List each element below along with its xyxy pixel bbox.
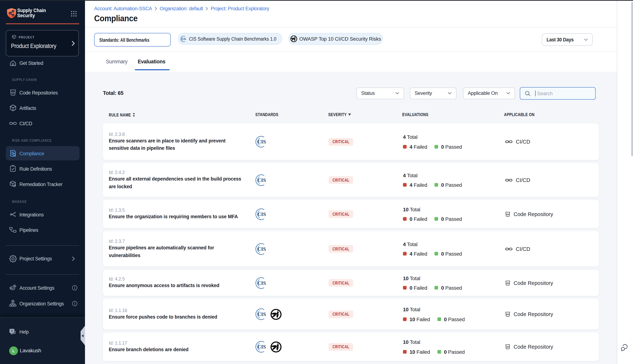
svg-text:CIS: CIS: [258, 311, 266, 317]
svg-text:CIS: CIS: [258, 344, 266, 350]
svg-text:CIS: CIS: [258, 139, 266, 144]
svg-text:?: ?: [11, 330, 13, 332]
svg-text:CIS: CIS: [182, 37, 186, 40]
svg-text:CIS: CIS: [258, 246, 266, 252]
svg-text:CIS: CIS: [258, 280, 266, 286]
svg-text:CIS: CIS: [258, 211, 266, 217]
svg-text:CIS: CIS: [258, 177, 266, 183]
